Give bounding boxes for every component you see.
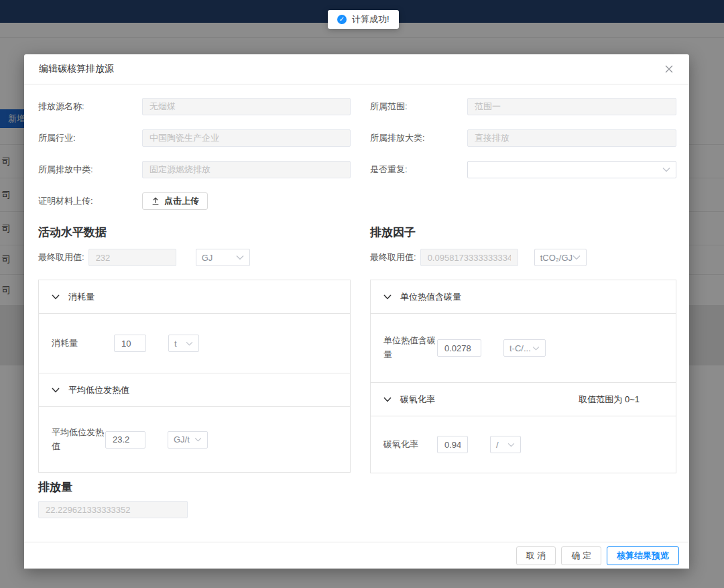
activity-unit-value: GJ: [202, 253, 213, 263]
consumption-input[interactable]: [114, 335, 146, 352]
chevron-down-icon: [186, 341, 193, 346]
emission-heading: 排放量: [38, 479, 676, 495]
dialog-header: 编辑碳核算排放源: [24, 54, 689, 84]
consumption-row-label: 消耗量: [52, 337, 114, 351]
factor-final-input: [420, 249, 518, 266]
oxidation-rate-range-note: 取值范围为 0~1: [579, 394, 640, 406]
field-major-category: 所属排放大类:: [370, 129, 676, 147]
consumption-panel: 消耗量 消耗量 t: [38, 280, 351, 373]
activity-section: 活动水平数据 最终取用值: GJ 消耗量: [38, 225, 351, 473]
upload-button[interactable]: 点击上传: [142, 192, 208, 210]
oxidation-rate-panel-body: 碳氧化率 /: [371, 416, 676, 473]
cancel-button[interactable]: 取 消: [516, 546, 556, 565]
activity-panels: 消耗量 消耗量 t: [38, 280, 351, 473]
oxidation-rate-input[interactable]: [437, 436, 468, 453]
carbon-content-panel-body: 单位热值含碳量 t-C/...: [371, 314, 676, 382]
activity-heading: 活动水平数据: [38, 225, 351, 240]
source-name-input: [142, 98, 351, 115]
heating-value-row-label: 平均低位发热值: [52, 426, 105, 454]
oxidation-rate-row-label: 碳氧化率: [383, 438, 437, 452]
toast-message: 计算成功!: [352, 13, 389, 25]
scope-label: 所属范围:: [370, 101, 467, 113]
middle-category-input: [142, 161, 351, 178]
factor-panels: 单位热值含碳量 单位热值含碳量 t-C/...: [370, 280, 676, 473]
field-upload: 证明材料上传: 点击上传: [38, 192, 351, 210]
dialog-footer: 取 消 确 定 核算结果预览: [24, 542, 689, 569]
result-preview-button[interactable]: 核算结果预览: [607, 546, 679, 565]
consumption-panel-title: 消耗量: [68, 291, 95, 303]
activity-final-input: [88, 249, 176, 266]
carbon-content-unit-value: t-C/...: [509, 343, 531, 353]
factor-heading: 排放因子: [370, 225, 676, 240]
consumption-unit-value: t: [174, 339, 177, 349]
chevron-down-icon: [662, 167, 670, 172]
carbon-content-row-label: 单位热值含碳量: [383, 334, 437, 362]
basic-info-form: 排放源名称: 所属范围: 所属行业: 所属排放大类: 所属排放中类:: [38, 98, 676, 210]
dialog-title: 编辑碳核算排放源: [39, 63, 114, 75]
dialog-body: 排放源名称: 所属范围: 所属行业: 所属排放大类: 所属排放中类:: [24, 84, 689, 518]
field-industry: 所属行业:: [38, 129, 351, 147]
field-scope: 所属范围:: [370, 98, 676, 115]
consumption-panel-header[interactable]: 消耗量: [39, 280, 350, 314]
check-circle-icon: [337, 15, 347, 24]
duplicate-label: 是否重复:: [370, 164, 467, 176]
chevron-down-icon: [507, 443, 515, 447]
heating-value-panel: 平均低位发热值 平均低位发热值 GJ/t: [38, 373, 351, 473]
source-name-label: 排放源名称:: [38, 101, 142, 113]
chevron-down-icon: [194, 437, 202, 442]
major-category-label: 所属排放大类:: [370, 132, 467, 144]
collapse-chevron-icon: [383, 294, 391, 300]
heating-value-panel-body: 平均低位发热值 GJ/t: [39, 407, 350, 472]
oxidation-rate-unit-value: /: [496, 440, 499, 450]
heating-value-panel-title: 平均低位发热值: [68, 384, 129, 396]
major-category-input: [467, 129, 676, 147]
carbon-content-panel: 单位热值含碳量 单位热值含碳量 t-C/...: [370, 280, 676, 383]
activity-final-row: 最终取用值: GJ: [38, 249, 351, 266]
app-root: 新增 司 司 司 司 司 计算成功! 编辑碳核算排放源 排放源名称:: [0, 0, 724, 588]
carbon-content-unit-select[interactable]: t-C/...: [503, 339, 546, 357]
oxidation-rate-panel: 碳氧化率 取值范围为 0~1 碳氧化率 /: [370, 382, 676, 473]
close-icon[interactable]: [664, 64, 674, 74]
chevron-down-icon: [236, 255, 244, 260]
activity-final-label: 最终取用值:: [38, 251, 84, 263]
chevron-down-icon: [532, 346, 540, 351]
emission-amount-input: [38, 501, 188, 518]
oxidation-rate-panel-header[interactable]: 碳氧化率 取值范围为 0~1: [371, 383, 676, 416]
carbon-content-panel-title: 单位热值含碳量: [400, 291, 461, 303]
collapse-chevron-icon: [52, 388, 60, 393]
chevron-down-icon: [572, 255, 581, 260]
factor-final-label: 最终取用值:: [370, 251, 416, 263]
scope-input: [467, 98, 676, 115]
collapse-chevron-icon: [383, 397, 391, 402]
factor-section: 排放因子 最终取用值: tCO₂/GJ 单位热值含: [370, 225, 676, 473]
success-toast: 计算成功!: [328, 10, 399, 29]
heating-value-unit-select[interactable]: GJ/t: [168, 431, 208, 449]
confirm-button[interactable]: 确 定: [561, 546, 601, 565]
spacer: [370, 192, 676, 210]
factor-unit-value: tCO₂/GJ: [540, 253, 572, 263]
data-sections: 活动水平数据 最终取用值: GJ 消耗量: [38, 225, 676, 473]
consumption-unit-select[interactable]: t: [168, 335, 199, 352]
consumption-panel-body: 消耗量 t: [39, 314, 350, 373]
carbon-content-panel-header[interactable]: 单位热值含碳量: [371, 280, 676, 314]
duplicate-select[interactable]: [467, 161, 676, 178]
collapse-chevron-icon: [52, 294, 60, 300]
field-middle-category: 所属排放中类:: [38, 161, 351, 178]
oxidation-rate-unit-select[interactable]: /: [490, 436, 521, 453]
upload-label: 证明材料上传:: [38, 195, 142, 207]
field-duplicate: 是否重复:: [370, 161, 676, 178]
heating-value-unit-value: GJ/t: [174, 434, 190, 445]
heating-value-input[interactable]: [105, 431, 145, 449]
factor-final-row: 最终取用值: tCO₂/GJ: [370, 249, 676, 266]
carbon-content-input[interactable]: [437, 339, 481, 357]
activity-unit-select[interactable]: GJ: [196, 249, 250, 266]
middle-category-label: 所属排放中类:: [38, 164, 142, 176]
industry-input: [142, 129, 351, 147]
upload-icon: [151, 196, 160, 206]
oxidation-rate-panel-title: 碳氧化率: [400, 394, 435, 406]
upload-button-label: 点击上传: [164, 195, 199, 207]
heating-value-panel-header[interactable]: 平均低位发热值: [39, 373, 350, 407]
industry-label: 所属行业:: [38, 132, 142, 144]
field-source-name: 排放源名称:: [38, 98, 351, 115]
factor-unit-select[interactable]: tCO₂/GJ: [534, 249, 587, 266]
